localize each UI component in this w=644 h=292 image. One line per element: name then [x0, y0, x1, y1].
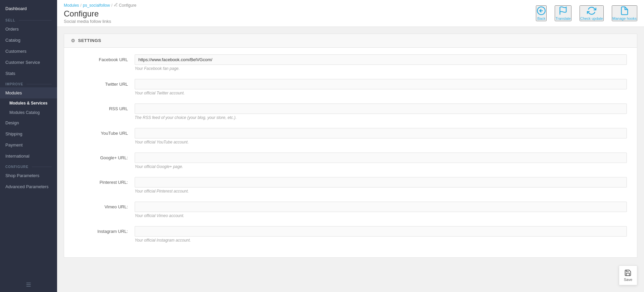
instagram-url-group: Instagram URL: Your official Instagram a… — [74, 226, 627, 243]
facebook-url-group: Facebook URL Your Facebook fan page. — [74, 54, 627, 71]
settings-form: Facebook URL Your Facebook fan page. Twi… — [64, 48, 637, 257]
sidebar-item-customers[interactable]: Customers — [0, 46, 57, 57]
vimeo-url-label: Vimeo URL: — [74, 202, 128, 209]
translate-icon — [558, 6, 568, 15]
googleplus-url-input[interactable] — [135, 153, 627, 163]
instagram-url-field-wrap: Your official Instagram account. — [135, 226, 627, 243]
breadcrumb-modules[interactable]: Modules — [64, 3, 79, 8]
back-label: Back — [537, 16, 545, 20]
check-update-label: Check update — [580, 16, 603, 20]
vimeo-url-field-wrap: Your official Vimeo account. — [135, 202, 627, 218]
check-update-icon — [587, 6, 596, 15]
facebook-url-hint: Your Facebook fan page. — [135, 66, 627, 71]
breadcrumb-ps-socialfollow[interactable]: ps_socialfollow — [83, 3, 110, 8]
manage-hooks-button[interactable]: Manage hooks — [612, 5, 637, 21]
topbar-actions: Back Translate Check update — [536, 5, 637, 21]
sidebar-section-sell: SELL — [0, 15, 57, 24]
twitter-url-group: Twitter URL Your official Twitter accoun… — [74, 79, 627, 95]
page-title: Configure — [64, 9, 136, 19]
topbar-left: Modules / ps_socialfollow / Configure Co… — [64, 3, 136, 24]
svg-rect-1 — [26, 284, 31, 285]
rss-url-field-wrap: The RSS feed of your choice (your blog, … — [135, 103, 627, 120]
settings-card-header: ⚙ SETTINGS — [64, 34, 637, 48]
back-icon — [537, 6, 546, 15]
pinterest-url-input[interactable] — [135, 177, 627, 187]
instagram-url-label: Instagram URL: — [74, 226, 128, 234]
instagram-url-hint: Your official Instagram account. — [135, 238, 627, 243]
back-button[interactable]: Back — [536, 5, 547, 21]
check-update-button[interactable]: Check update — [580, 5, 604, 21]
sidebar: Dashboard SELL Orders Catalog Customers … — [0, 0, 57, 292]
youtube-url-hint: Your official YouTube account. — [135, 140, 627, 144]
twitter-url-field-wrap: Your official Twitter account. — [135, 79, 627, 95]
sidebar-item-customer-service[interactable]: Customer Service — [0, 57, 57, 68]
gear-icon: ⚙ — [71, 38, 76, 43]
sidebar-collapse-button[interactable] — [0, 277, 57, 292]
sidebar-item-advanced-parameters[interactable]: Advanced Parameters — [0, 181, 57, 192]
main-content: Modules / ps_socialfollow / Configure Co… — [57, 0, 644, 292]
sidebar-subitem-modules-catalog[interactable]: Modules Catalog — [0, 108, 57, 117]
googleplus-url-field-wrap: Your official Google+ page. — [135, 153, 627, 169]
instagram-url-input[interactable] — [135, 226, 627, 237]
youtube-url-field-wrap: Your official YouTube account. — [135, 128, 627, 144]
sidebar-item-shipping[interactable]: Shipping — [0, 128, 57, 139]
sidebar-subitem-modules-services[interactable]: Modules & Services — [0, 98, 57, 108]
twitter-url-label: Twitter URL — [74, 79, 128, 87]
sidebar-item-dashboard[interactable]: Dashboard — [0, 0, 57, 15]
sidebar-item-orders[interactable]: Orders — [0, 24, 57, 35]
sidebar-item-shop-parameters[interactable]: Shop Parameters — [0, 170, 57, 181]
save-label: Save — [624, 278, 632, 282]
vimeo-url-group: Vimeo URL: Your official Vimeo account. — [74, 202, 627, 218]
translate-button[interactable]: Translate — [555, 5, 571, 21]
sidebar-section-improve: IMPROVE — [0, 79, 57, 87]
twitter-url-input[interactable] — [135, 79, 627, 89]
vimeo-url-input[interactable] — [135, 202, 627, 212]
sidebar-section-configure: CONFIGURE — [0, 162, 57, 170]
content-area: ⚙ SETTINGS Facebook URL Your Facebook fa… — [57, 27, 644, 292]
sidebar-item-stats[interactable]: Stats — [0, 68, 57, 79]
sidebar-item-international[interactable]: International — [0, 151, 57, 162]
googleplus-url-label: Google+ URL: — [74, 153, 128, 160]
googleplus-url-hint: Your official Google+ page. — [135, 164, 627, 169]
settings-header-label: SETTINGS — [78, 38, 101, 43]
pinterest-url-group: Pinterest URL: Your official Pinterest a… — [74, 177, 627, 194]
rss-url-input[interactable] — [135, 103, 627, 114]
facebook-url-field-wrap: Your Facebook fan page. — [135, 54, 627, 71]
page-subtitle: Social media follow links — [64, 19, 136, 24]
save-icon — [624, 269, 632, 277]
facebook-url-label: Facebook URL — [74, 54, 128, 62]
googleplus-url-group: Google+ URL: Your official Google+ page. — [74, 153, 627, 169]
sidebar-item-modules[interactable]: Modules — [0, 87, 57, 98]
sidebar-item-catalog[interactable]: Catalog — [0, 35, 57, 46]
settings-card: ⚙ SETTINGS Facebook URL Your Facebook fa… — [64, 34, 637, 258]
pinterest-url-field-wrap: Your official Pinterest account. — [135, 177, 627, 194]
svg-rect-0 — [26, 283, 31, 283]
pinterest-url-hint: Your official Pinterest account. — [135, 189, 627, 194]
youtube-url-input[interactable] — [135, 128, 627, 138]
twitter-url-hint: Your official Twitter account. — [135, 91, 627, 95]
svg-rect-2 — [26, 286, 31, 287]
sidebar-item-design[interactable]: Design — [0, 117, 57, 128]
rss-url-hint: The RSS feed of your choice (your blog, … — [135, 115, 627, 120]
youtube-url-group: YouTube URL Your official YouTube accoun… — [74, 128, 627, 144]
breadcrumb-sep-2: / — [111, 3, 112, 8]
breadcrumb-configure: Configure — [114, 3, 136, 8]
breadcrumb-sep-1: / — [80, 3, 81, 8]
youtube-url-label: YouTube URL — [74, 128, 128, 136]
save-fab[interactable]: Save — [619, 265, 637, 285]
manage-hooks-label: Manage hooks — [612, 16, 637, 20]
manage-hooks-icon — [620, 6, 629, 15]
vimeo-url-hint: Your official Vimeo account. — [135, 213, 627, 218]
rss-url-label: RSS URL — [74, 103, 128, 111]
breadcrumb: Modules / ps_socialfollow / Configure — [64, 3, 136, 8]
facebook-url-input[interactable] — [135, 54, 627, 65]
translate-label: Translate — [555, 16, 570, 20]
rss-url-group: RSS URL The RSS feed of your choice (you… — [74, 103, 627, 120]
topbar: Modules / ps_socialfollow / Configure Co… — [57, 0, 644, 27]
sidebar-item-payment[interactable]: Payment — [0, 139, 57, 151]
pinterest-url-label: Pinterest URL: — [74, 177, 128, 185]
